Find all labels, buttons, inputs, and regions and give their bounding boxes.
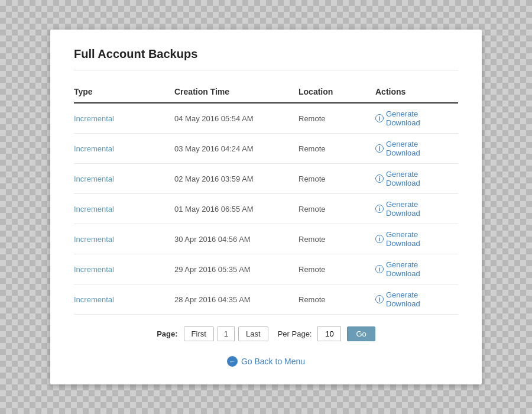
pagination-controls: Page: First 1 Last Per Page: Go [74,326,458,341]
main-card: Full Account Backups Type Creation Time … [50,30,482,384]
current-page: 1 [218,326,235,341]
cell-location: Remote [293,103,369,134]
cell-creation-time: 30 Apr 2016 04:56 AM [168,224,293,254]
cell-creation-time: 29 Apr 2016 05:35 AM [168,254,293,284]
info-icon: i [375,295,384,303]
generate-download-link[interactable]: iGenerate Download [375,200,452,218]
table-row: Incremental28 Apr 2016 04:35 AMRemoteiGe… [74,284,458,315]
cell-action: iGenerate Download [369,224,458,254]
info-icon: i [375,174,384,183]
per-page-label: Per Page: [278,329,312,338]
generate-download-link[interactable]: iGenerate Download [375,109,452,127]
col-header-actions: Actions [369,82,458,103]
cell-action: iGenerate Download [369,134,458,164]
cell-action: iGenerate Download [369,164,458,194]
generate-download-label: Generate Download [386,140,452,157]
page-title: Full Account Backups [74,47,458,70]
back-to-menu-link[interactable]: ← Go Back to Menu [74,356,458,367]
generate-download-label: Generate Download [386,290,452,308]
cell-type: Incremental [74,284,168,315]
cell-type: Incremental [74,254,168,284]
go-button[interactable]: Go [347,326,375,341]
info-icon: i [375,144,384,153]
cell-location: Remote [293,254,369,284]
back-link-text: Go Back to Menu [241,357,305,366]
backups-table: Type Creation Time Location Actions Incr… [74,82,458,315]
cell-creation-time: 03 May 2016 04:24 AM [168,134,293,164]
info-icon: i [375,114,384,122]
info-icon: i [375,235,384,243]
cell-creation-time: 02 May 2016 03:59 AM [168,164,293,194]
cell-location: Remote [293,284,369,315]
cell-type: Incremental [74,103,168,134]
generate-download-label: Generate Download [386,230,452,248]
cell-action: iGenerate Download [369,194,458,224]
last-page-button[interactable]: Last [238,326,268,341]
table-row: Incremental30 Apr 2016 04:56 AMRemoteiGe… [74,224,458,254]
cell-type: Incremental [74,194,168,224]
generate-download-link[interactable]: iGenerate Download [375,260,452,278]
cell-action: iGenerate Download [369,284,458,315]
page-label: Page: [157,329,177,338]
back-arrow-icon: ← [227,356,238,367]
table-row: Incremental01 May 2016 06:55 AMRemoteiGe… [74,194,458,224]
cell-location: Remote [293,134,369,164]
cell-type: Incremental [74,224,168,254]
cell-location: Remote [293,164,369,194]
cell-location: Remote [293,224,369,254]
generate-download-label: Generate Download [386,170,452,187]
table-row: Incremental04 May 2016 05:54 AMRemoteiGe… [74,103,458,134]
cell-action: iGenerate Download [369,103,458,134]
cell-location: Remote [293,194,369,224]
generate-download-label: Generate Download [386,260,452,278]
table-row: Incremental02 May 2016 03:59 AMRemoteiGe… [74,164,458,194]
generate-download-link[interactable]: iGenerate Download [375,290,452,308]
generate-download-label: Generate Download [386,200,452,218]
generate-download-label: Generate Download [386,109,452,127]
cell-creation-time: 04 May 2016 05:54 AM [168,103,293,134]
col-header-creation-time: Creation Time [168,82,293,103]
cell-creation-time: 28 Apr 2016 04:35 AM [168,284,293,315]
cell-action: iGenerate Download [369,254,458,284]
per-page-input[interactable] [317,326,341,341]
generate-download-link[interactable]: iGenerate Download [375,230,452,248]
table-row: Incremental29 Apr 2016 05:35 AMRemoteiGe… [74,254,458,284]
cell-type: Incremental [74,164,168,194]
col-header-type: Type [74,82,168,103]
cell-type: Incremental [74,134,168,164]
generate-download-link[interactable]: iGenerate Download [375,170,452,187]
info-icon: i [375,265,384,273]
col-header-location: Location [293,82,369,103]
generate-download-link[interactable]: iGenerate Download [375,140,452,157]
info-icon: i [375,205,384,213]
first-page-button[interactable]: First [184,326,214,341]
cell-creation-time: 01 May 2016 06:55 AM [168,194,293,224]
table-row: Incremental03 May 2016 04:24 AMRemoteiGe… [74,134,458,164]
